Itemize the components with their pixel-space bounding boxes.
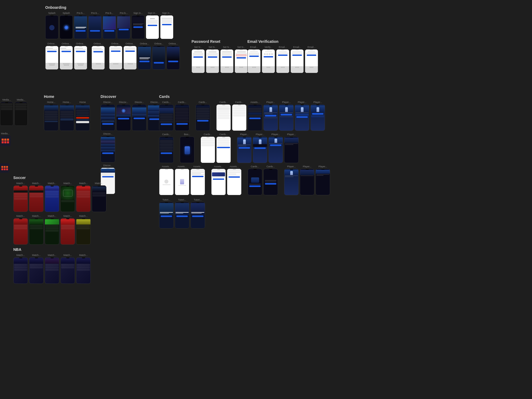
frame-player-3: Player...: [295, 101, 309, 131]
frame-email-4: Email...: [305, 46, 318, 73]
home-title: Home: [44, 94, 90, 99]
frame-player-1: Player...: [263, 101, 278, 131]
frame-assets-4: Assets...: [190, 165, 205, 195]
frame-player-2: Player...: [279, 101, 294, 131]
password-reset-section: Password Reset Set N...: [192, 39, 248, 73]
frame-cards-booster: Boo...: [180, 133, 194, 163]
frame-media-icon-1: Media...: [0, 132, 11, 146]
frame-signin-2: Sign in...: [146, 12, 159, 39]
frame-soccer-match-5: Match...: [76, 182, 91, 212]
nba-title: NBA: [13, 247, 91, 252]
frame-soccer-match-3: Match...: [45, 182, 59, 212]
frame-assets-6: Assets...: [227, 165, 242, 195]
frame-onboa-4: Onboa...: [92, 42, 105, 70]
frame-splash-2: Splash: [60, 12, 73, 39]
frame-discover-3: Discov...: [132, 101, 147, 131]
frame-nba-match-2: Match...: [29, 254, 44, 284]
frame-player-6: Player...: [253, 133, 267, 163]
frame-soccer-match-6: Match...: [92, 182, 106, 212]
frame-cards-5: Cards...: [232, 101, 247, 131]
frame-signin-1: Sign in...: [131, 12, 145, 39]
frame-cards-1: Cards...: [159, 101, 174, 131]
home-section: Home Home...: [44, 94, 90, 131]
frame-tutorial-3: Tutori...: [190, 198, 205, 228]
frame-verify-1: Verify...: [262, 46, 275, 73]
frame-player-7: Player...: [268, 133, 283, 163]
cards-title: Cards: [159, 94, 330, 99]
frame-home-2: Home...: [60, 101, 74, 131]
frame-soccer-match-9: Match...: [45, 215, 59, 245]
frame-home-1: Home...: [44, 101, 59, 131]
frame-pwreset-3: Set N...: [220, 46, 234, 73]
frame-onboa-3: Onboa...: [74, 42, 87, 70]
frame-cards-join-2: Cards...: [263, 165, 278, 195]
frame-cards-4: Cards...: [216, 101, 231, 131]
frame-splash-1: Splash: [45, 12, 59, 39]
frame-player-4: Player...: [310, 101, 325, 131]
password-reset-title: Password Reset: [192, 39, 248, 44]
email-verification-title: Email Verification: [247, 39, 318, 44]
frame-assets-1: Assets...: [248, 101, 262, 131]
frame-assets-2: Assets...: [159, 165, 174, 195]
frame-nba-match-3: Match...: [45, 254, 59, 284]
frame-media-icon-2: [0, 163, 9, 173]
frame-signin-3: Sign in...: [160, 12, 173, 39]
frame-cards-6: Cards...: [159, 133, 174, 163]
soccer-title: Soccer: [13, 176, 106, 180]
discover-section: Discover Discov...: [101, 94, 162, 196]
frame-preboard-2: Pre-b...: [88, 12, 102, 39]
frame-preboard-4: Pre-b...: [117, 12, 130, 39]
email-verification-section: Email Verification Email...: [247, 39, 318, 73]
cards-section: Cards Cards...: [159, 94, 330, 228]
frame-cards-detail-2: Cards...: [216, 133, 231, 163]
frame-discover-2: Discov...: [116, 101, 131, 131]
frame-discover-5: Discov...: [101, 132, 115, 163]
onboarding-section: Onboarding Splash Splash: [45, 5, 180, 70]
frame-onboa-5: Onboa...: [109, 42, 122, 70]
frame-preboard-3: Pre-b...: [103, 12, 116, 39]
frame-cards-3: Cards...: [196, 101, 210, 131]
frame-assets-5: Assets...: [211, 165, 226, 195]
frame-discover-1: Discov...: [101, 101, 115, 131]
frame-soccer-match-2: Match...: [29, 182, 44, 212]
frame-player-10: Player...: [300, 165, 314, 195]
frame-tutorial-2: Tutori...: [175, 198, 189, 228]
frame-onboa-6: Onboa...: [123, 42, 137, 70]
frame-onboa-7: Onboa...: [138, 42, 151, 70]
onboarding-title: Onboarding: [45, 5, 180, 10]
frame-media-1: Media...: [0, 98, 13, 126]
frame-nba-match-5: Match...: [76, 254, 91, 284]
frame-player-9: Player...: [284, 165, 299, 195]
frame-home-3: Home: [75, 101, 90, 131]
frame-soccer-match-10: Match...: [60, 215, 75, 245]
frame-tutorial-1: Tutori...: [159, 198, 174, 228]
frame-nba-match-4: Match...: [60, 254, 75, 284]
frame-soccer-match-1: Match...: [13, 182, 28, 212]
frame-soccer-match-8: Match...: [29, 215, 44, 245]
frame-player-11: Player...: [315, 165, 330, 195]
frame-email-3: Email...: [290, 46, 304, 73]
frame-onboa-9: Onboa...: [167, 42, 180, 70]
main-canvas: Onboarding Splash Splash: [0, 0, 532, 399]
media-section: Media... Media...: [0, 98, 28, 173]
soccer-section: Soccer Match...: [13, 176, 106, 245]
frame-onboa-8: Onboa...: [152, 42, 165, 70]
frame-assets-3: Assets...: [175, 165, 189, 195]
frame-email-2: Email...: [276, 46, 289, 73]
frame-pwreset-4: Set N...: [235, 46, 248, 73]
discover-title: Discover: [101, 94, 162, 99]
frame-cards-2: Cards...: [175, 101, 189, 131]
frame-cards-detail: Cards...: [201, 133, 215, 163]
frame-onboa-2: Onboa...: [60, 42, 73, 70]
frame-soccer-match-7: Match...: [13, 215, 28, 245]
frame-pwreset-1: Set N...: [192, 46, 205, 73]
frame-player-5: Player...: [237, 133, 252, 163]
frame-media-2: Media...: [14, 98, 28, 126]
frame-onboa-1: Onboa...: [45, 42, 59, 70]
frame-cards-join-1: Cards...: [248, 165, 262, 195]
nba-section: NBA Match... Match.: [13, 247, 91, 284]
frame-soccer-match-11: Match...: [76, 215, 91, 245]
frame-soccer-match-4: Match...: [60, 182, 75, 212]
frame-preboard-1: Pre-b...: [74, 12, 87, 39]
frame-pwreset-2: Set N...: [206, 46, 219, 73]
